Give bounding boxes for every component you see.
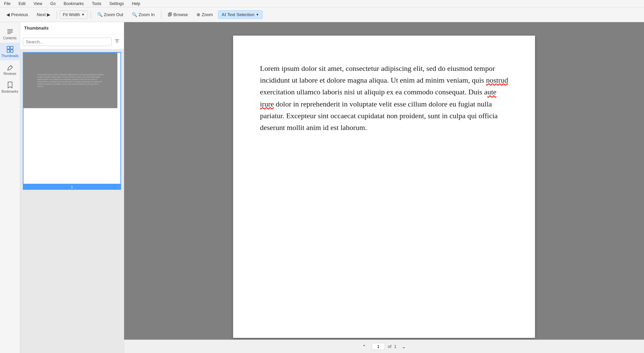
thumbnail-image-1: Lorem ipsum dolor sit amet, consectetur … <box>23 53 117 184</box>
thumbnail-page-1[interactable]: Lorem ipsum dolor sit amet, consectetur … <box>23 52 121 190</box>
zoom-out-icon: 🔍 <box>97 12 103 17</box>
thumbnail-label-1: 1 <box>23 184 121 190</box>
page-down-button[interactable]: ⌄ <box>399 343 409 351</box>
sidebar-item-bookmarks[interactable]: Bookmarks <box>0 78 20 96</box>
zoom-label: Zoom <box>202 12 213 17</box>
chevron-down-icon: ▼ <box>82 13 85 16</box>
zoom-icon: ⊕ <box>197 12 200 17</box>
menu-tools[interactable]: Tools <box>91 1 103 7</box>
previous-button[interactable]: ◀ Previous <box>3 10 32 19</box>
panel-header: Thumbnails <box>20 22 124 34</box>
reviews-icon <box>6 63 14 71</box>
menu-bookmarks[interactable]: Bookmarks <box>62 1 85 7</box>
next-icon: ▶ <box>47 12 50 17</box>
svg-rect-4 <box>7 46 10 49</box>
previous-label: Previous <box>11 12 28 17</box>
thumbnail-wrapper-1: Lorem ipsum dolor sit amet, consectetur … <box>23 52 121 184</box>
fit-width-label: Fit Width <box>63 12 80 17</box>
pdf-scroll-area[interactable]: Lorem ipsum dolor sit amet, consectetur … <box>124 22 644 340</box>
text-selection-label: Text Selection <box>227 12 255 17</box>
sidebar-item-reviews[interactable]: Reviews <box>0 60 20 78</box>
thumbnails-label: Thumbnails <box>1 54 19 58</box>
contents-icon <box>6 28 14 36</box>
page-total-label: 1 <box>394 344 396 349</box>
browse-icon: 🗐 <box>168 12 172 17</box>
svg-rect-6 <box>7 50 10 52</box>
pdf-page: Lorem ipsum dolor sit amet, consectetur … <box>233 36 535 338</box>
next-label: Next <box>37 12 46 17</box>
bookmarks-label: Bookmarks <box>1 90 18 93</box>
pdf-page-content: Lorem ipsum dolor sit amet, consectetur … <box>260 62 508 133</box>
fit-width-button[interactable]: Fit Width ▼ <box>60 10 88 19</box>
thumbnail-gray-area: Lorem ipsum dolor sit amet, consectetur … <box>23 53 117 108</box>
thumbnail-text-preview: Lorem ipsum dolor sit amet, consectetur … <box>37 74 104 88</box>
text-selection-button[interactable]: AI Text Selection ▼ <box>218 10 263 19</box>
filter-icon <box>114 38 120 44</box>
text-selection-icon: AI <box>222 12 226 17</box>
separator-2 <box>91 11 91 19</box>
spell-error-nostrud: nostrud <box>486 76 508 84</box>
menu-view[interactable]: View <box>32 1 44 7</box>
svg-rect-7 <box>10 50 13 52</box>
icon-strip: Contents Thumbnails Reviews Bookmarks <box>0 22 20 353</box>
zoom-out-button[interactable]: 🔍 Zoom Out <box>94 10 127 19</box>
next-button[interactable]: Next ▶ <box>33 10 54 19</box>
panel: Thumbnails Lorem ipsum dolor sit amet, c… <box>20 22 124 353</box>
svg-rect-5 <box>10 46 13 49</box>
thumbnails-icon <box>6 45 14 53</box>
contents-label: Contents <box>3 36 16 40</box>
separator-1 <box>57 11 57 19</box>
menu-file[interactable]: File <box>3 1 12 7</box>
page-of-label: of <box>388 344 391 349</box>
zoom-in-label: Zoom In <box>139 12 155 17</box>
pdf-bottom-bar: ⌃ of 1 ⌄ <box>124 340 644 353</box>
menu-edit[interactable]: Edit <box>17 1 27 7</box>
filter-button[interactable] <box>113 37 121 46</box>
browse-button[interactable]: 🗐 Browse <box>164 10 192 19</box>
toolbar: ◀ Previous Next ▶ Fit Width ▼ 🔍 Zoom Out… <box>0 7 644 22</box>
sidebar-item-thumbnails[interactable]: Thumbnails <box>0 43 20 60</box>
zoom-button[interactable]: ⊕ Zoom <box>193 10 216 19</box>
main-layout: Contents Thumbnails Reviews Bookmarks <box>0 22 644 353</box>
bookmarks-icon <box>6 81 14 89</box>
reviews-label: Reviews <box>4 72 16 76</box>
search-input[interactable] <box>23 38 112 46</box>
separator-3 <box>161 11 161 19</box>
thumbnail-white-area <box>23 108 117 184</box>
pdf-viewer: Lorem ipsum dolor sit amet, consectetur … <box>124 22 644 353</box>
menu-settings[interactable]: Settings <box>108 1 125 7</box>
zoom-out-label: Zoom Out <box>104 12 123 17</box>
spell-error-irure: ute irure <box>260 88 496 108</box>
panel-title: Thumbnails <box>24 26 49 31</box>
sidebar-item-contents[interactable]: Contents <box>0 25 20 43</box>
zoom-in-icon: 🔍 <box>132 12 137 17</box>
thumbnail-page-number: 1 <box>71 185 73 189</box>
text-selection-chevron-icon: ▼ <box>256 13 259 16</box>
menu-help[interactable]: Help <box>130 1 142 7</box>
page-number-input[interactable] <box>372 343 385 350</box>
zoom-in-button[interactable]: 🔍 Zoom In <box>128 10 158 19</box>
thumbnails-container[interactable]: Lorem ipsum dolor sit amet, consectetur … <box>20 49 124 353</box>
menu-go[interactable]: Go <box>49 1 57 7</box>
page-up-button[interactable]: ⌃ <box>360 343 369 351</box>
menu-bar: File Edit View Go Bookmarks Tools Settin… <box>0 0 644 7</box>
browse-label: Browse <box>173 12 188 17</box>
previous-icon: ◀ <box>6 12 10 17</box>
panel-search <box>20 34 124 49</box>
